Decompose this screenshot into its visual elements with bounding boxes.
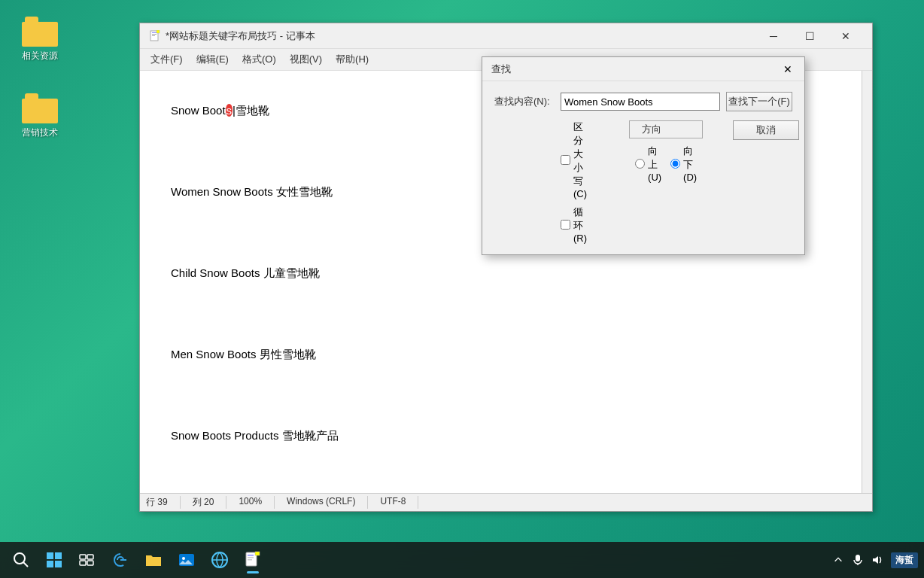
radio-up-text: 向上(U) (648, 144, 661, 183)
radio-down-text: 向下(D) (683, 144, 697, 183)
taskbar-task-view[interactable] (72, 545, 102, 575)
browser2-icon (211, 551, 229, 569)
minimize-button[interactable]: ─ (756, 26, 791, 46)
svg-rect-3 (152, 35, 155, 36)
find-titlebar: 查找 ✕ (482, 57, 804, 81)
status-zoom: 100% (226, 496, 275, 509)
ime-badge[interactable]: 海蜇 (891, 552, 918, 568)
find-next-button[interactable]: 查找下一个(F) (726, 92, 792, 111)
taskbar: 海蜇 (0, 542, 924, 578)
find-label: 查找内容(N): (494, 95, 555, 108)
volume-icon (871, 554, 883, 566)
taskbar-edge-icon[interactable] (105, 545, 135, 575)
svg-rect-9 (47, 561, 53, 567)
status-encoding: UTF-8 (368, 496, 418, 509)
titlebar-left: *网站标题关键字布局技巧 - 记事本 (149, 29, 315, 43)
taskbar-start-button[interactable] (39, 545, 69, 575)
taskbar-photos-icon[interactable] (172, 545, 202, 575)
radio-down-label[interactable]: 向下(D) (670, 144, 697, 183)
desktop-icon-marketing-tech[interactable]: 营销技术 (14, 90, 66, 142)
menu-file[interactable]: 文件(F) (144, 50, 189, 68)
svg-rect-1 (152, 32, 157, 33)
taskbar-left (6, 545, 268, 575)
svg-rect-4 (157, 30, 160, 33)
svg-rect-19 (248, 555, 254, 556)
tray-chevron-icon[interactable] (831, 552, 846, 567)
taskbar-search-icon[interactable] (6, 545, 36, 575)
svg-rect-13 (80, 561, 86, 565)
status-line-ending: Windows (CRLF) (275, 496, 368, 509)
svg-rect-10 (55, 561, 62, 567)
direction-radios: 向上(U) 向下(D) (629, 144, 703, 183)
taskbar-notepad-icon[interactable] (238, 545, 268, 575)
desktop-icon-related-resources[interactable]: 相关资源 (14, 14, 66, 65)
svg-rect-23 (856, 555, 860, 561)
edge-icon (111, 551, 129, 569)
find-search-row: 查找内容(N): 查找下一个(F) (494, 92, 792, 111)
sys-tray (831, 552, 885, 567)
maximize-button[interactable]: ☐ (792, 26, 827, 46)
svg-rect-14 (87, 561, 93, 565)
titlebar-controls: ─ ☐ ✕ (756, 26, 863, 46)
text-line-3: Women Snow Boots 女性雪地靴 (171, 185, 333, 198)
find-checkboxes: 区分大小写(C) 循环(R) (561, 120, 587, 244)
svg-rect-22 (255, 552, 260, 555)
text-line-9: Snow Boots Products 雪地靴产品 (171, 429, 339, 442)
menu-help[interactable]: 帮助(H) (330, 50, 375, 68)
svg-rect-8 (55, 552, 62, 559)
svg-rect-2 (152, 34, 157, 35)
status-cursor-pos: 行 39 (146, 496, 181, 509)
cursor-highlight: s (226, 104, 233, 117)
cancel-button[interactable]: 取消 (733, 120, 799, 140)
taskbar-folder-icon[interactable] (138, 545, 169, 575)
radio-down[interactable] (670, 159, 680, 169)
find-input[interactable] (561, 93, 720, 111)
taskbar-browser2-icon[interactable] (205, 545, 235, 575)
status-col: 列 20 (181, 496, 227, 509)
notepad-taskbar-icon (244, 551, 262, 569)
wrap-checkbox[interactable] (561, 220, 570, 230)
direction-label: 方向 (629, 120, 703, 138)
close-button[interactable]: ✕ (828, 26, 863, 46)
svg-line-6 (23, 562, 28, 567)
active-indicator (247, 571, 259, 573)
photos-icon (178, 551, 196, 569)
find-close-button[interactable]: ✕ (780, 62, 795, 77)
mic-icon (852, 554, 864, 566)
cancel-btn-area: 取消 (733, 120, 799, 140)
wrap-label[interactable]: 循环(R) (561, 205, 587, 244)
scrollbar[interactable] (862, 71, 872, 493)
chevron-up-icon (833, 555, 843, 565)
svg-rect-7 (47, 552, 53, 559)
tray-volume-icon[interactable] (870, 552, 885, 567)
menu-view[interactable]: 视图(V) (284, 50, 328, 68)
folder-icon (144, 551, 163, 569)
case-sensitive-checkbox[interactable] (561, 155, 570, 165)
svg-rect-20 (248, 557, 254, 558)
menu-format[interactable]: 格式(O) (236, 50, 282, 68)
search-icon (12, 551, 30, 569)
text-line-5: Child Snow Boots 儿童雪地靴 (171, 266, 320, 279)
svg-rect-11 (80, 555, 86, 559)
find-title: 查找 (491, 62, 511, 76)
windows-icon (45, 551, 63, 569)
text-line-7: Men Snow Boots 男性雪地靴 (171, 348, 316, 360)
find-dialog: 查找 ✕ 查找内容(N): 查找下一个(F) 区分大小写(C) 循环(R) 方向 (482, 56, 805, 255)
menu-edit[interactable]: 编辑(E) (190, 50, 235, 68)
notepad-title-icon (149, 30, 161, 42)
radio-up[interactable] (635, 159, 645, 169)
text-line-1: Snow Boots|雪地靴 (171, 104, 269, 117)
direction-group: 方向 向上(U) 向下(D) (629, 120, 703, 183)
find-options-area: 区分大小写(C) 循环(R) 方向 向上(U) 向下(D) (561, 120, 792, 244)
find-body: 查找内容(N): 查找下一个(F) 区分大小写(C) 循环(R) 方向 (482, 81, 804, 254)
radio-up-label[interactable]: 向上(U) (635, 144, 661, 183)
folder-icon-img (22, 17, 58, 47)
svg-point-16 (182, 557, 185, 560)
window-titlebar: *网站标题关键字布局技巧 - 记事本 ─ ☐ ✕ (140, 23, 872, 49)
svg-rect-21 (248, 559, 252, 561)
svg-point-5 (14, 553, 25, 564)
tray-mic-icon[interactable] (850, 552, 865, 567)
case-sensitive-label[interactable]: 区分大小写(C) (561, 120, 587, 199)
folder-icon-img2 (22, 93, 58, 123)
wrap-text: 循环(R) (573, 205, 587, 244)
